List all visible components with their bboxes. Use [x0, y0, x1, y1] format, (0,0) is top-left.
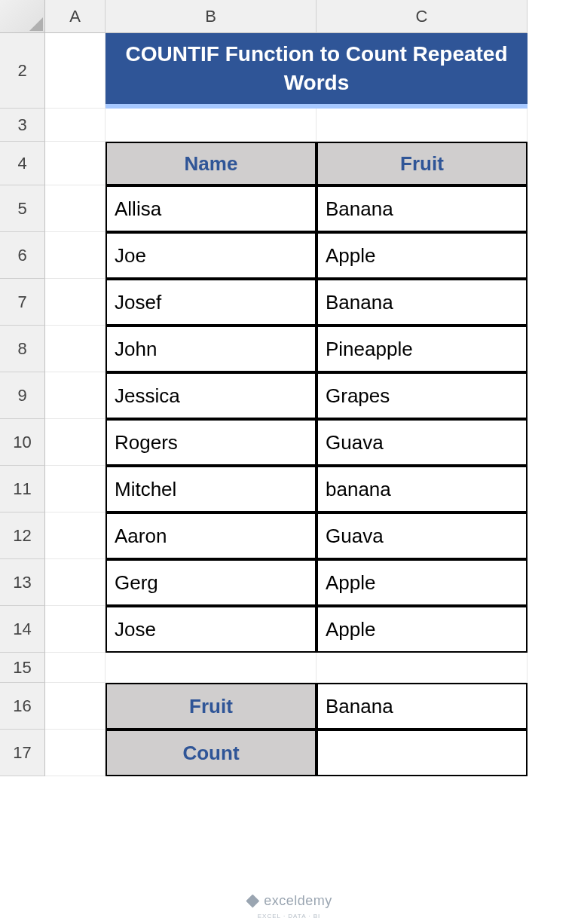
watermark-brand: exceldemy — [264, 893, 332, 909]
cell-a4[interactable] — [45, 142, 106, 185]
cell-a3[interactable] — [45, 109, 106, 142]
table-row[interactable]: Banana — [317, 279, 528, 326]
cell-a8[interactable] — [45, 326, 106, 372]
table-header-name[interactable]: Name — [106, 142, 317, 185]
table-row[interactable]: banana — [317, 466, 528, 512]
table-row[interactable]: Rogers — [106, 419, 317, 466]
watermark-logo: exceldemy — [246, 893, 332, 909]
cell-b3[interactable] — [106, 109, 317, 142]
table-row[interactable]: Apple — [317, 232, 528, 279]
select-all-corner[interactable] — [0, 0, 45, 33]
row-header-5[interactable]: 5 — [0, 185, 45, 232]
row-header-15[interactable]: 15 — [0, 653, 45, 683]
table-row[interactable]: Guava — [317, 419, 528, 466]
cell-a6[interactable] — [45, 232, 106, 279]
cell-a16[interactable] — [45, 683, 106, 730]
table-row[interactable]: Mitchel — [106, 466, 317, 512]
cell-a7[interactable] — [45, 279, 106, 326]
row-header-4[interactable]: 4 — [0, 142, 45, 185]
cell-b15[interactable] — [106, 653, 317, 683]
cell-c3[interactable] — [317, 109, 528, 142]
row-header-11[interactable]: 11 — [0, 466, 45, 512]
row-header-7[interactable]: 7 — [0, 279, 45, 326]
row-header-3[interactable]: 3 — [0, 109, 45, 142]
row-header-16[interactable]: 16 — [0, 683, 45, 730]
table-row[interactable]: Josef — [106, 279, 317, 326]
cell-a14[interactable] — [45, 606, 106, 653]
cell-a10[interactable] — [45, 419, 106, 466]
row-header-9[interactable]: 9 — [0, 372, 45, 419]
cell-c15[interactable] — [317, 653, 528, 683]
cell-a13[interactable] — [45, 559, 106, 606]
table-row[interactable]: Pineapple — [317, 326, 528, 372]
table-row[interactable]: Allisa — [106, 185, 317, 232]
cell-a12[interactable] — [45, 512, 106, 559]
row-header-6[interactable]: 6 — [0, 232, 45, 279]
table-row[interactable]: Guava — [317, 512, 528, 559]
table-row[interactable]: Gerg — [106, 559, 317, 606]
row-header-12[interactable]: 12 — [0, 512, 45, 559]
watermark-tagline: EXCEL · DATA · BI — [258, 913, 321, 919]
logo-icon — [246, 895, 259, 908]
table-row[interactable]: Grapes — [317, 372, 528, 419]
col-header-a[interactable]: A — [45, 0, 106, 33]
summary-count-label[interactable]: Count — [106, 730, 317, 776]
table-header-fruit[interactable]: Fruit — [317, 142, 528, 185]
row-header-10[interactable]: 10 — [0, 419, 45, 466]
cell-a2[interactable] — [45, 33, 106, 109]
summary-fruit-label[interactable]: Fruit — [106, 683, 317, 730]
col-header-b[interactable]: B — [106, 0, 317, 33]
table-row[interactable]: Apple — [317, 606, 528, 653]
table-row[interactable]: Jessica — [106, 372, 317, 419]
row-header-14[interactable]: 14 — [0, 606, 45, 653]
spreadsheet-grid: A B C 2 COUNTIF Function to Count Repeat… — [0, 0, 578, 776]
cell-a9[interactable] — [45, 372, 106, 419]
cell-a5[interactable] — [45, 185, 106, 232]
row-header-8[interactable]: 8 — [0, 326, 45, 372]
row-header-2[interactable]: 2 — [0, 33, 45, 109]
summary-fruit-value[interactable]: Banana — [317, 683, 528, 730]
row-header-17[interactable]: 17 — [0, 730, 45, 776]
cell-a17[interactable] — [45, 730, 106, 776]
table-row[interactable]: Jose — [106, 606, 317, 653]
cell-a15[interactable] — [45, 653, 106, 683]
table-row[interactable]: John — [106, 326, 317, 372]
title-merged[interactable]: COUNTIF Function to Count Repeated Words — [106, 33, 528, 109]
table-row[interactable]: Aaron — [106, 512, 317, 559]
summary-count-value[interactable] — [317, 730, 528, 776]
table-row[interactable]: Apple — [317, 559, 528, 606]
table-row[interactable]: Joe — [106, 232, 317, 279]
table-row[interactable]: Banana — [317, 185, 528, 232]
cell-a11[interactable] — [45, 466, 106, 512]
col-header-c[interactable]: C — [317, 0, 528, 33]
row-header-13[interactable]: 13 — [0, 559, 45, 606]
